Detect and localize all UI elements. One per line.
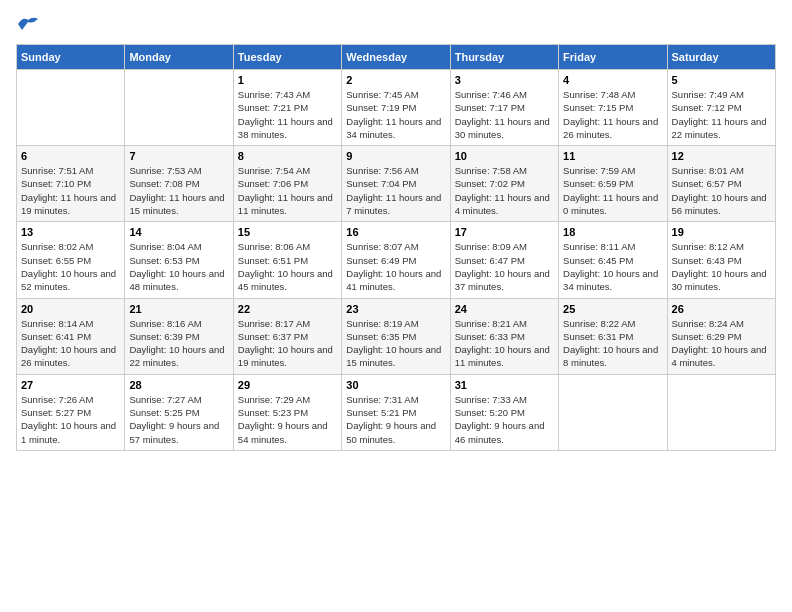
day-of-week-header: Saturday [667,45,775,70]
calendar-day-cell: 5Sunrise: 7:49 AMSunset: 7:12 PMDaylight… [667,70,775,146]
calendar-day-cell [667,374,775,450]
day-of-week-header: Monday [125,45,233,70]
day-number: 20 [21,303,120,315]
day-number: 22 [238,303,337,315]
day-number: 25 [563,303,662,315]
calendar-week-row: 13Sunrise: 8:02 AMSunset: 6:55 PMDayligh… [17,222,776,298]
day-info: Sunrise: 7:49 AMSunset: 7:12 PMDaylight:… [672,88,771,141]
day-info: Sunrise: 8:22 AMSunset: 6:31 PMDaylight:… [563,317,662,370]
day-info: Sunrise: 7:45 AMSunset: 7:19 PMDaylight:… [346,88,445,141]
day-number: 23 [346,303,445,315]
day-number: 10 [455,150,554,162]
day-of-week-header: Friday [559,45,667,70]
calendar-day-cell: 11Sunrise: 7:59 AMSunset: 6:59 PMDayligh… [559,146,667,222]
calendar-day-cell: 16Sunrise: 8:07 AMSunset: 6:49 PMDayligh… [342,222,450,298]
day-info: Sunrise: 8:09 AMSunset: 6:47 PMDaylight:… [455,240,554,293]
day-number: 13 [21,226,120,238]
day-info: Sunrise: 8:02 AMSunset: 6:55 PMDaylight:… [21,240,120,293]
calendar-week-row: 1Sunrise: 7:43 AMSunset: 7:21 PMDaylight… [17,70,776,146]
logo-bird-icon [18,16,38,32]
calendar-day-cell: 2Sunrise: 7:45 AMSunset: 7:19 PMDaylight… [342,70,450,146]
day-number: 31 [455,379,554,391]
day-info: Sunrise: 8:24 AMSunset: 6:29 PMDaylight:… [672,317,771,370]
calendar-day-cell: 13Sunrise: 8:02 AMSunset: 6:55 PMDayligh… [17,222,125,298]
day-info: Sunrise: 7:29 AMSunset: 5:23 PMDaylight:… [238,393,337,446]
day-number: 14 [129,226,228,238]
day-number: 5 [672,74,771,86]
day-number: 2 [346,74,445,86]
day-info: Sunrise: 8:11 AMSunset: 6:45 PMDaylight:… [563,240,662,293]
calendar-day-cell: 19Sunrise: 8:12 AMSunset: 6:43 PMDayligh… [667,222,775,298]
day-number: 24 [455,303,554,315]
day-of-week-header: Tuesday [233,45,341,70]
calendar-table: SundayMondayTuesdayWednesdayThursdayFrid… [16,44,776,451]
calendar-day-cell: 31Sunrise: 7:33 AMSunset: 5:20 PMDayligh… [450,374,558,450]
day-info: Sunrise: 8:06 AMSunset: 6:51 PMDaylight:… [238,240,337,293]
calendar-day-cell: 7Sunrise: 7:53 AMSunset: 7:08 PMDaylight… [125,146,233,222]
day-info: Sunrise: 7:48 AMSunset: 7:15 PMDaylight:… [563,88,662,141]
day-info: Sunrise: 7:59 AMSunset: 6:59 PMDaylight:… [563,164,662,217]
day-info: Sunrise: 7:58 AMSunset: 7:02 PMDaylight:… [455,164,554,217]
calendar-day-cell: 15Sunrise: 8:06 AMSunset: 6:51 PMDayligh… [233,222,341,298]
calendar-day-cell: 12Sunrise: 8:01 AMSunset: 6:57 PMDayligh… [667,146,775,222]
day-info: Sunrise: 7:33 AMSunset: 5:20 PMDaylight:… [455,393,554,446]
day-info: Sunrise: 8:14 AMSunset: 6:41 PMDaylight:… [21,317,120,370]
day-info: Sunrise: 7:46 AMSunset: 7:17 PMDaylight:… [455,88,554,141]
day-info: Sunrise: 8:01 AMSunset: 6:57 PMDaylight:… [672,164,771,217]
day-number: 12 [672,150,771,162]
calendar-day-cell: 1Sunrise: 7:43 AMSunset: 7:21 PMDaylight… [233,70,341,146]
calendar-day-cell: 18Sunrise: 8:11 AMSunset: 6:45 PMDayligh… [559,222,667,298]
calendar-day-cell: 30Sunrise: 7:31 AMSunset: 5:21 PMDayligh… [342,374,450,450]
day-number: 27 [21,379,120,391]
day-number: 28 [129,379,228,391]
calendar-day-cell: 28Sunrise: 7:27 AMSunset: 5:25 PMDayligh… [125,374,233,450]
day-number: 16 [346,226,445,238]
day-info: Sunrise: 7:27 AMSunset: 5:25 PMDaylight:… [129,393,228,446]
calendar-day-cell [17,70,125,146]
day-number: 26 [672,303,771,315]
calendar-day-cell: 29Sunrise: 7:29 AMSunset: 5:23 PMDayligh… [233,374,341,450]
day-number: 3 [455,74,554,86]
day-info: Sunrise: 7:54 AMSunset: 7:06 PMDaylight:… [238,164,337,217]
day-of-week-header: Thursday [450,45,558,70]
calendar-day-cell: 3Sunrise: 7:46 AMSunset: 7:17 PMDaylight… [450,70,558,146]
day-number: 11 [563,150,662,162]
calendar-week-row: 27Sunrise: 7:26 AMSunset: 5:27 PMDayligh… [17,374,776,450]
day-info: Sunrise: 8:17 AMSunset: 6:37 PMDaylight:… [238,317,337,370]
day-number: 30 [346,379,445,391]
calendar-day-cell: 6Sunrise: 7:51 AMSunset: 7:10 PMDaylight… [17,146,125,222]
calendar-day-cell: 20Sunrise: 8:14 AMSunset: 6:41 PMDayligh… [17,298,125,374]
day-of-week-header: Wednesday [342,45,450,70]
page-header [16,16,776,32]
day-info: Sunrise: 7:51 AMSunset: 7:10 PMDaylight:… [21,164,120,217]
calendar-day-cell: 17Sunrise: 8:09 AMSunset: 6:47 PMDayligh… [450,222,558,298]
day-number: 6 [21,150,120,162]
day-info: Sunrise: 7:43 AMSunset: 7:21 PMDaylight:… [238,88,337,141]
day-info: Sunrise: 8:07 AMSunset: 6:49 PMDaylight:… [346,240,445,293]
calendar-day-cell: 4Sunrise: 7:48 AMSunset: 7:15 PMDaylight… [559,70,667,146]
calendar-day-cell: 14Sunrise: 8:04 AMSunset: 6:53 PMDayligh… [125,222,233,298]
calendar-day-cell: 10Sunrise: 7:58 AMSunset: 7:02 PMDayligh… [450,146,558,222]
day-number: 29 [238,379,337,391]
calendar-day-cell: 22Sunrise: 8:17 AMSunset: 6:37 PMDayligh… [233,298,341,374]
day-number: 8 [238,150,337,162]
day-info: Sunrise: 8:12 AMSunset: 6:43 PMDaylight:… [672,240,771,293]
day-number: 9 [346,150,445,162]
calendar-day-cell: 27Sunrise: 7:26 AMSunset: 5:27 PMDayligh… [17,374,125,450]
calendar-week-row: 6Sunrise: 7:51 AMSunset: 7:10 PMDaylight… [17,146,776,222]
day-info: Sunrise: 8:16 AMSunset: 6:39 PMDaylight:… [129,317,228,370]
calendar-day-cell [125,70,233,146]
day-number: 7 [129,150,228,162]
day-info: Sunrise: 7:31 AMSunset: 5:21 PMDaylight:… [346,393,445,446]
calendar-day-cell: 21Sunrise: 8:16 AMSunset: 6:39 PMDayligh… [125,298,233,374]
day-number: 18 [563,226,662,238]
day-number: 1 [238,74,337,86]
calendar-day-cell: 25Sunrise: 8:22 AMSunset: 6:31 PMDayligh… [559,298,667,374]
calendar-header-row: SundayMondayTuesdayWednesdayThursdayFrid… [17,45,776,70]
calendar-day-cell: 24Sunrise: 8:21 AMSunset: 6:33 PMDayligh… [450,298,558,374]
calendar-day-cell: 8Sunrise: 7:54 AMSunset: 7:06 PMDaylight… [233,146,341,222]
day-info: Sunrise: 8:21 AMSunset: 6:33 PMDaylight:… [455,317,554,370]
calendar-day-cell: 9Sunrise: 7:56 AMSunset: 7:04 PMDaylight… [342,146,450,222]
day-number: 21 [129,303,228,315]
day-number: 17 [455,226,554,238]
